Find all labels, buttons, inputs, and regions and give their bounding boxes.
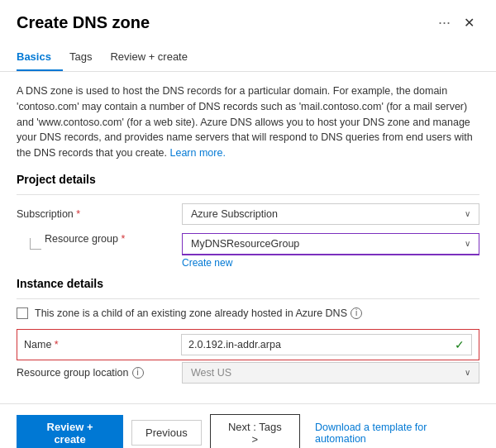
- subscription-value: Azure Subscription ∨: [182, 203, 479, 225]
- instance-details-section: Instance details This zone is a child of…: [17, 277, 479, 384]
- dialog-footer: Review + create Previous Next : Tags > D…: [0, 403, 496, 448]
- close-button[interactable]: ✕: [459, 13, 479, 32]
- dialog-body: A DNS zone is used to host the DNS recor…: [0, 72, 496, 403]
- dialog-title: Create DNS zone: [17, 13, 430, 32]
- resource-group-value: MyDNSResourceGroup ∨ Create new: [182, 233, 479, 269]
- description-text: A DNS zone is used to host the DNS recor…: [17, 83, 479, 161]
- location-info-icon[interactable]: i: [132, 367, 144, 379]
- child-zone-label: This zone is a child of an existing zone…: [35, 307, 347, 319]
- child-zone-info-icon[interactable]: i: [351, 307, 362, 319]
- name-row: Name ✓: [17, 329, 479, 360]
- tabs-container: Basics Tags Review + create: [0, 39, 496, 72]
- resource-group-label-container: Resource group: [17, 233, 182, 269]
- resource-group-chevron-icon: ∨: [465, 239, 470, 248]
- name-input-container: ✓: [181, 334, 472, 355]
- location-value: West US ∨: [182, 362, 479, 384]
- download-template-link[interactable]: Download a template for automation: [315, 422, 479, 445]
- name-valid-icon: ✓: [455, 338, 465, 351]
- tab-tags[interactable]: Tags: [69, 45, 103, 71]
- review-create-button[interactable]: Review + create: [17, 415, 123, 448]
- project-details-divider: [17, 194, 479, 195]
- child-zone-checkbox[interactable]: [17, 307, 28, 319]
- resource-group-row: Resource group MyDNSResourceGroup ∨ Crea…: [17, 233, 479, 269]
- resource-group-select[interactable]: MyDNSResourceGroup ∨: [182, 233, 479, 255]
- subscription-row: Subscription Azure Subscription ∨: [17, 203, 479, 225]
- location-label: Resource group location i: [17, 367, 182, 379]
- subscription-label: Subscription: [17, 208, 182, 220]
- resource-group-label: Resource group: [45, 233, 125, 245]
- next-button[interactable]: Next : Tags >: [210, 414, 300, 448]
- name-label: Name: [24, 339, 181, 350]
- dialog-header: Create DNS zone ··· ✕: [0, 0, 496, 32]
- name-input[interactable]: [188, 339, 451, 350]
- location-select: West US ∨: [182, 362, 479, 384]
- subscription-chevron-icon: ∨: [465, 209, 470, 218]
- subscription-select[interactable]: Azure Subscription ∨: [182, 203, 479, 225]
- project-details-title: Project details: [17, 173, 479, 186]
- create-dns-zone-dialog: Create DNS zone ··· ✕ Basics Tags Review…: [0, 0, 496, 448]
- tab-review-create[interactable]: Review + create: [110, 45, 199, 71]
- learn-more-link[interactable]: Learn more.: [170, 147, 226, 159]
- location-row: Resource group location i West US ∨: [17, 362, 479, 384]
- create-new-link[interactable]: Create new: [182, 257, 232, 269]
- tree-line-icon: [30, 238, 41, 250]
- location-chevron-icon: ∨: [465, 368, 470, 377]
- previous-button[interactable]: Previous: [131, 420, 202, 446]
- more-options-icon[interactable]: ···: [438, 14, 451, 31]
- child-zone-row: This zone is a child of an existing zone…: [17, 307, 479, 319]
- instance-details-divider: [17, 298, 479, 299]
- tab-basics[interactable]: Basics: [17, 45, 63, 71]
- instance-details-title: Instance details: [17, 277, 479, 290]
- project-details-section: Project details Subscription Azure Subsc…: [17, 173, 479, 269]
